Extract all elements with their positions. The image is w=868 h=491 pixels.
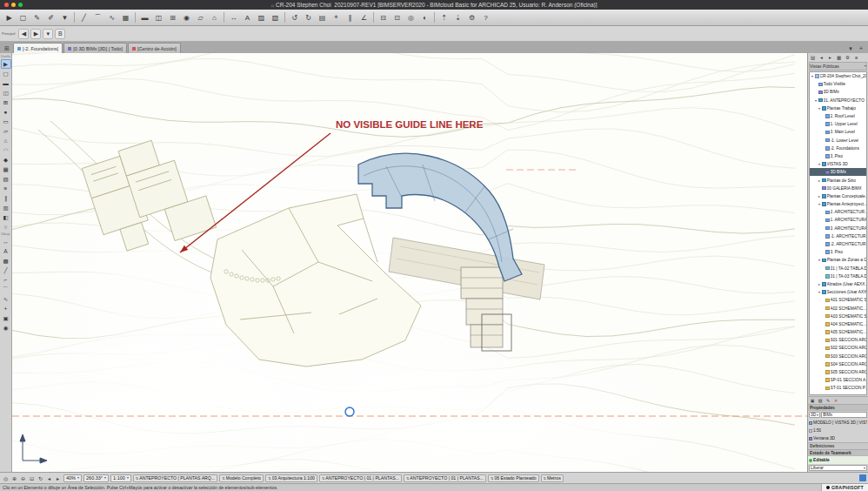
select-arrow-icon[interactable]: ▶ [3,11,16,24]
tree-item[interactable]: ▾Plantas Anteproyect... [810,200,866,208]
column-tool-icon[interactable]: ● [1,107,11,117]
window-tool-icon[interactable]: ⊞ [1,98,11,107]
tree-item[interactable]: 2. ARCHITECTUR... [810,208,866,216]
tree-item[interactable]: S04 SECCION ARQ... [810,360,866,368]
minimize-window-button[interactable] [11,3,16,7]
pencil-icon[interactable]: ✎ [30,11,43,24]
arc-tool-icon[interactable]: ⌒ [1,285,11,294]
navigator-view-selector[interactable]: Vistas Públicas [809,62,867,71]
roof-tool-icon[interactable]: ⌂ [1,136,11,145]
tree-item[interactable]: ▾VISTAS 3D [810,160,866,168]
tree-item[interactable]: SP-01 SECCION A... [810,376,866,384]
tree-expander-icon[interactable]: ▸ [818,282,821,286]
quick-option-5[interactable]: ⇅ANTEPROYECTO | 01 | PLANTAS... [404,474,486,482]
layers-icon[interactable]: ▤ [316,11,329,24]
slab-tool-icon[interactable]: ▱ [194,11,207,24]
tree-item[interactable]: 3D BIMx [810,88,866,96]
curtain-wall-tool-icon[interactable]: ▥ [1,203,11,212]
tree-item[interactable]: S02 SECCION ARQ... [810,344,866,352]
rotation-select[interactable]: 260.33° [83,474,109,482]
dimension-tool-icon[interactable]: ↔ [1,237,11,246]
nav-settings-icon[interactable]: ⚙ [844,54,851,62]
zoom-icon[interactable]: ◎ [2,474,10,482]
nav-back-icon[interactable]: ◂ [818,54,825,62]
tree-item[interactable]: 2. Roof Level [810,112,866,120]
mesh-tool-icon[interactable]: ▦ [1,165,11,174]
copy-icon[interactable]: ▨ [817,397,824,404]
bold-button[interactable]: B [55,29,65,39]
delete-icon[interactable]: ✕ [832,397,839,404]
tree-item[interactable]: 01 | TA-02 TABLA DE... [810,265,866,272]
fill-tool-icon[interactable]: ▨ [255,11,268,24]
view-scale-value[interactable]: 1:50 [813,428,821,433]
quick-option-6[interactable]: ⇅06 Estado Planteado [488,474,539,482]
nav-project-chooser-icon[interactable]: ▤ [809,54,817,62]
spline-tool-icon[interactable]: ∿ [105,11,118,24]
arrow-tool-dropdown-icon[interactable]: ▾ [43,29,53,39]
orbit-icon[interactable]: ↻ [37,474,44,482]
quick-option-7[interactable]: ⇅Metros [541,474,564,482]
tree-item[interactable]: ▾Secciones (Usar AXX... [810,288,866,296]
tree-item[interactable]: -2. Foundations [810,145,866,152]
hotspot-tool-icon[interactable]: + [1,304,11,313]
camera-icon[interactable]: ◎ [404,11,417,24]
quick-options-icon[interactable] [859,474,866,481]
canvas[interactable]: NO VISIBLE GUIDE LINE HERE [12,53,807,472]
tree-item[interactable]: 3D BIMx [810,168,866,176]
quick-option-4[interactable]: ⇅ANTEPROYECTO | 01 | PLANTAS... [319,474,402,482]
nav-forward-icon[interactable]: ▸ [826,54,834,62]
pen-icon[interactable]: ✐ [44,11,57,24]
tree-item[interactable]: A05 SCHEMATIC... [810,328,866,336]
door-tool-icon[interactable]: ◫ [152,11,165,24]
nav-forward-icon[interactable]: ▶ [30,29,41,39]
line-tool-icon[interactable]: ╱ [77,11,90,24]
tree-item[interactable]: ▾01. ANTEPROYECTO [810,97,866,104]
tree-expander-icon[interactable]: ▾ [818,106,821,111]
tab-list-icon[interactable]: ▾ [845,44,856,53]
tree-expander-icon[interactable]: ▾ [818,290,821,294]
tree-expander-icon[interactable]: ▾ [811,74,814,78]
morph-tool-icon[interactable]: ◆ [1,155,11,165]
spline-tool-icon[interactable]: ∿ [1,294,11,304]
zoom-level-select[interactable]: 40% [63,474,82,482]
roof-tool-icon[interactable]: ⌂ [208,11,221,24]
scale-select[interactable]: 1:100 [110,474,131,482]
fill-tool-icon[interactable]: ▩ [1,256,11,266]
railing-tool-icon[interactable]: ∥ [1,193,11,203]
teamwork-receive-icon[interactable]: ⇣ [451,11,464,24]
tree-item[interactable]: -1. ARCHITECTUR... [810,232,866,240]
tree-expander-icon[interactable]: ▾ [818,258,821,262]
camera-tool-icon[interactable]: ◉ [1,323,11,333]
tree-item[interactable]: ▾CR-204 Stephen Choi_20... [810,72,866,80]
clipboard-icon[interactable]: ▣ [809,397,816,404]
edit-icon[interactable]: ✎ [825,397,831,404]
previous-zoom-icon[interactable]: ◂ [45,474,53,482]
wall-tool-icon[interactable]: ▬ [138,11,151,24]
tree-item[interactable]: 3. Piso [810,248,866,256]
release-button[interactable]: Liberar [809,465,867,471]
tree-item[interactable]: ST-01 SECCION P... [810,384,866,392]
tree-item[interactable]: A01 SCHEMATIC S... [810,296,866,304]
marquee-tool-icon[interactable]: ▢ [1,69,11,78]
object-tool-icon[interactable]: ◧ [1,212,11,222]
quick-option-3[interactable]: ⇅03 Arquitectura 1:100 [265,474,317,482]
new-tab-icon[interactable]: + [856,44,866,53]
section-marker-icon[interactable]: ⊟ [377,11,390,24]
wall-tool-icon[interactable]: ▬ [1,78,11,88]
elevation-marker-icon[interactable]: ⊡ [391,11,404,24]
nav-map-icon[interactable]: ▦ [835,54,843,62]
marquee-icon[interactable]: ▢ [17,11,30,24]
tree-item[interactable]: A02 SCHEMATIC... [810,304,866,312]
help-icon[interactable]: ? [479,11,492,24]
view-name-field[interactable]: BIMx [821,412,867,418]
tree-expander-icon[interactable]: ▾ [818,162,821,166]
tree-item[interactable]: ▸Alzados (Usar AEXX... [810,280,866,288]
arc-tool-icon[interactable]: ⌒ [91,11,104,24]
dimension-icon[interactable]: ↔ [227,11,240,24]
grid-icon[interactable]: ▦ [119,11,132,24]
zoom-out-icon[interactable]: ⊖ [19,474,27,482]
view-type-select[interactable]: 3D [809,412,820,418]
tree-item[interactable]: -2. ARCHITECTUR... [810,240,866,248]
text-tool-icon[interactable]: A [1,246,11,256]
layer-combination-value[interactable]: MODELO | VISTAS 3D | VIST... [813,420,867,425]
